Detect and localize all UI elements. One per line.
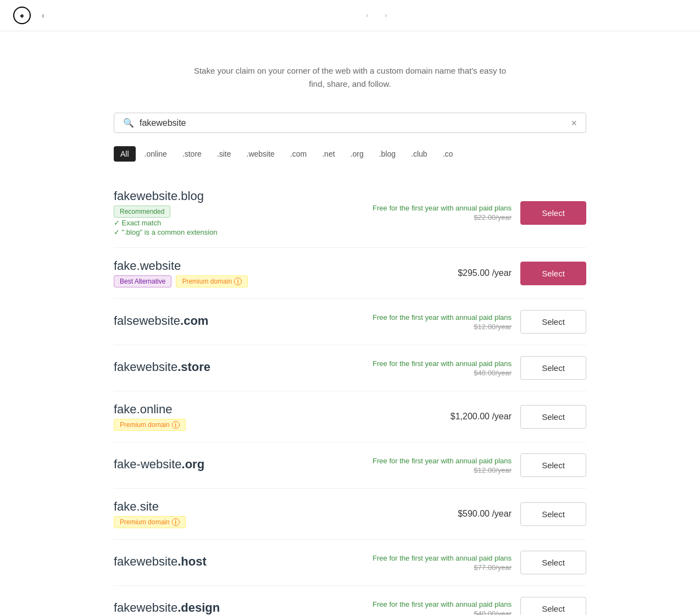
pricing: Free for the first year with annual paid… <box>373 457 512 474</box>
select-button[interactable]: Select <box>520 551 586 574</box>
filter-tab-online[interactable]: .online <box>138 146 174 162</box>
domain-info: fakewebsite.store <box>114 360 364 376</box>
filter-tabs: All.online.store.site.website.com.net.or… <box>114 146 586 162</box>
free-text: Free for the first year with annual paid… <box>373 313 512 322</box>
domain-info: fake.onlinePremium domain i <box>114 402 404 431</box>
domain-name: fakewebsite.host <box>114 555 364 569</box>
domain-row: falsewebsite.comFree for the first year … <box>114 299 586 345</box>
current-price: $1,200.00 /year <box>413 412 512 422</box>
domain-name: fake.website <box>114 259 404 273</box>
original-price: $48.00/year <box>373 369 512 377</box>
domain-row: fakewebsite.designFree for the first yea… <box>114 586 586 615</box>
domain-info: falsewebsite.com <box>114 314 364 330</box>
domain-row: fake.onlinePremium domain i$1,200.00 /ye… <box>114 391 586 442</box>
domain-info: fakewebsite.host <box>114 555 364 571</box>
select-button[interactable]: Select <box>520 201 586 225</box>
free-text: Free for the first year with annual paid… <box>373 204 512 212</box>
domain-meta: ✓ ".blog" is a common extension <box>114 228 364 236</box>
main-content: Stake your claim on your corner of the w… <box>103 31 597 615</box>
select-button[interactable]: Select <box>520 405 586 429</box>
pricing: Free for the first year with annual paid… <box>373 554 512 572</box>
domain-info: fake.sitePremium domain i <box>114 500 404 528</box>
filter-tab-site[interactable]: .site <box>210 146 238 162</box>
domain-info: fake.websiteBest AlternativePremium doma… <box>114 259 404 287</box>
filter-tab-blog[interactable]: .blog <box>373 146 402 162</box>
page-subtitle: Stake your claim on your corner of the w… <box>114 64 586 91</box>
domain-name: falsewebsite.com <box>114 314 364 328</box>
pricing: $590.00 /year <box>413 509 512 519</box>
logo-text: ● <box>20 11 24 20</box>
badges: Recommended <box>114 206 364 218</box>
filter-tab-All[interactable]: All <box>114 146 136 162</box>
badges: Premium domain i <box>114 516 404 528</box>
domain-name: fakewebsite.design <box>114 601 364 615</box>
clear-search-button[interactable]: × <box>571 118 577 128</box>
domain-name: fakewebsite.store <box>114 360 364 374</box>
domain-info: fakewebsite.blogRecommended✓ Exact match… <box>114 189 364 236</box>
badge-best-alt: Best Alternative <box>114 275 171 287</box>
original-price: $40.00/year <box>373 610 512 616</box>
badge-recommended: Recommended <box>114 206 170 218</box>
badge-premium: Premium domain i <box>114 516 186 528</box>
pricing: Free for the first year with annual paid… <box>373 359 512 377</box>
chevron-icon-1: › <box>366 12 368 19</box>
filter-tab-co[interactable]: .co <box>436 146 460 162</box>
filter-tab-club[interactable]: .club <box>404 146 434 162</box>
wordpress-logo: ● <box>13 7 31 24</box>
filter-tab-net[interactable]: .net <box>315 146 341 162</box>
select-button[interactable]: Select <box>520 597 586 615</box>
original-price: $77.00/year <box>373 563 512 572</box>
original-price: $22.00/year <box>373 213 512 221</box>
domain-name: fake.online <box>114 402 404 417</box>
chevron-left-icon: ‹ <box>42 11 45 20</box>
domain-info: fake-website.org <box>114 457 364 474</box>
current-price: $590.00 /year <box>413 509 512 519</box>
search-input[interactable] <box>140 118 551 128</box>
select-button[interactable]: Select <box>520 453 586 477</box>
domain-name: fakewebsite.blog <box>114 189 364 203</box>
search-container: 🔍 × <box>114 113 586 133</box>
pricing: Free for the first year with annual paid… <box>373 600 512 616</box>
domain-meta: ✓ Exact match <box>114 219 364 227</box>
header: ● ‹ › › <box>0 0 700 31</box>
filter-tab-org[interactable]: .org <box>344 146 370 162</box>
domain-row: fake-website.orgFree for the first year … <box>114 442 586 489</box>
original-price: $12.00/year <box>373 323 512 331</box>
filter-tab-website[interactable]: .website <box>240 146 281 162</box>
select-button[interactable]: Select <box>520 262 586 285</box>
free-text: Free for the first year with annual paid… <box>373 359 512 368</box>
badges: Premium domain i <box>114 419 404 431</box>
pricing: $1,200.00 /year <box>413 412 512 422</box>
domain-row: fake.websiteBest AlternativePremium doma… <box>114 248 586 299</box>
badges: Best AlternativePremium domain i <box>114 275 404 287</box>
free-text: Free for the first year with annual paid… <box>373 554 512 562</box>
domain-row: fake.sitePremium domain i$590.00 /yearSe… <box>114 489 586 540</box>
select-button[interactable]: Select <box>520 356 586 380</box>
breadcrumb-nav: › › <box>66 12 687 19</box>
badge-premium: Premium domain i <box>176 275 248 287</box>
select-button[interactable]: Select <box>520 502 586 526</box>
home-link[interactable]: ‹ <box>42 11 47 20</box>
pricing: Free for the first year with annual paid… <box>373 204 512 221</box>
domain-name: fake.site <box>114 500 404 514</box>
free-text: Free for the first year with annual paid… <box>373 600 512 608</box>
filter-button[interactable] <box>557 122 565 124</box>
pricing: Free for the first year with annual paid… <box>373 313 512 331</box>
select-button[interactable]: Select <box>520 310 586 334</box>
badge-premium: Premium domain i <box>114 419 186 431</box>
domain-name: fake-website.org <box>114 457 364 472</box>
filter-tab-com[interactable]: .com <box>284 146 313 162</box>
domain-row: fakewebsite.hostFree for the first year … <box>114 540 586 586</box>
filter-tab-store[interactable]: .store <box>176 146 208 162</box>
pricing: $295.00 /year <box>413 268 512 278</box>
domain-row: fakewebsite.blogRecommended✓ Exact match… <box>114 178 586 248</box>
domain-info: fakewebsite.design <box>114 601 364 616</box>
chevron-icon-2: › <box>385 12 387 19</box>
search-icon: 🔍 <box>123 118 134 128</box>
domain-list: fakewebsite.blogRecommended✓ Exact match… <box>114 178 586 615</box>
domain-row: fakewebsite.storeFree for the first year… <box>114 345 586 391</box>
free-text: Free for the first year with annual paid… <box>373 457 512 465</box>
original-price: $12.00/year <box>373 466 512 474</box>
current-price: $295.00 /year <box>413 268 512 278</box>
